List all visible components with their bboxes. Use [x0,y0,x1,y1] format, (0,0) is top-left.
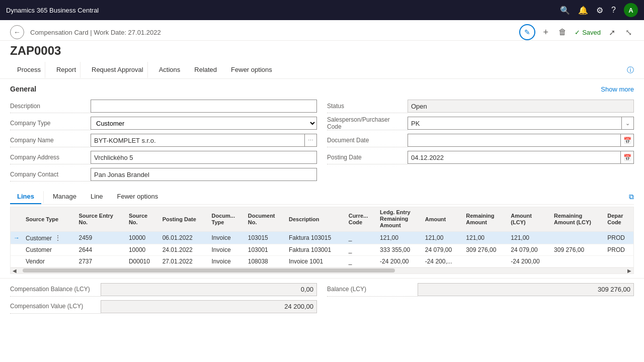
cell-amount: -24 200,... [422,255,463,267]
lines-tab-manage[interactable]: Manage [46,190,84,204]
company-name-browse-btn[interactable]: ⋯ [305,134,317,147]
empty-total-row [327,300,634,314]
cell-document-type: Invoice [209,255,245,267]
row-context-menu-btn[interactable]: ⋮ [53,234,62,242]
empty-row [327,167,634,182]
company-address-label: Company Address [10,150,91,164]
cell-document-no: 103001 [245,244,286,255]
company-type-select[interactable]: Customer Vendor [91,117,317,130]
col-posting-date: Posting Date [159,207,209,231]
settings-icon[interactable]: ⚙ [596,6,603,15]
cell-amount-lcy: 121,00 [508,231,551,244]
salesperson-field-row: Salesperson/Purchaser Code ⌄ [327,116,634,130]
lines-tab-fewer[interactable]: Fewer options [110,190,166,204]
edit-button[interactable]: ✎ [519,24,535,40]
cell-remaining-amount: 309 276,00 [463,244,508,255]
expand-button[interactable]: ⤡ [623,26,634,39]
checkmark-icon: ✓ [575,29,580,36]
cell-source-entry-no: 2644 [75,244,125,255]
lines-tab-lines[interactable]: Lines [10,190,41,204]
bell-icon[interactable]: 🔔 [578,6,588,15]
company-type-label: Company Type [10,116,91,130]
tab-process[interactable]: Process [10,62,45,78]
general-section: General Show more Description Status Com… [0,79,644,186]
add-button[interactable]: + [541,25,551,40]
company-type-field-row: Company Type Customer Vendor [10,116,317,130]
compensation-value-label: Compensation Value (LCY) [10,300,101,314]
col-document-no: DocumentNo. [245,207,286,231]
cell-depar-code [604,255,633,267]
cell-source-entry-no: 2737 [75,255,125,267]
document-date-label: Document Date [327,133,408,147]
saved-indicator: ✓ Saved [575,29,601,36]
tab-related[interactable]: Related [187,62,224,78]
salesperson-input[interactable] [408,117,622,130]
company-address-input[interactable] [91,151,317,164]
lines-tab-line[interactable]: Line [84,190,110,204]
cell-source-type: Customer ⋮ [23,231,75,244]
lines-section: Lines Manage Line Fewer options ⧉ Source… [0,186,644,278]
table-row[interactable]: →Customer ⋮24591000006.01.2022Invoice103… [11,231,633,244]
posting-date-calendar-btn[interactable]: 📅 [621,151,634,164]
cell-amount-lcy: -24 200,00 [508,255,551,267]
company-contact-input[interactable] [91,168,317,181]
scroll-right-arrow[interactable]: ▶ [626,268,632,274]
user-avatar[interactable]: A [624,3,638,17]
help-icon[interactable]: ? [611,6,616,15]
cell-depar-code: PROD [604,244,633,255]
cell-amount-lcy: 24 079,00 [508,244,551,255]
page-container: ← Compensation Card | Work Date: 27.01.2… [0,20,644,362]
tab-report[interactable]: Report [49,62,80,78]
lines-tabs: Lines Manage Line Fewer options ⧉ [10,190,634,205]
delete-button[interactable]: 🗑 [556,26,569,39]
cell-ledg-remaining: -24 200,00 [377,255,422,267]
record-title: ZAP0003 [0,41,644,58]
col-currency-code: Curre...Code [346,207,377,231]
col-remaining-amount: RemainingAmount [463,207,508,231]
app-name: Dynamics 365 Business Central [6,7,99,14]
nav-info-icon[interactable]: ⓘ [627,66,634,75]
cell-source-no: 10000 [126,244,159,255]
tab-fewer-options[interactable]: Fewer options [224,62,279,78]
col-remaining-amount-lcy: RemainingAmount (LCY) [551,207,604,231]
col-amount: Amount [422,207,463,231]
table-row[interactable]: Vendor2737D0001027.01.2022Invoice108038I… [11,255,633,267]
cell-document-no: 103015 [245,231,286,244]
show-more-button[interactable]: Show more [601,85,634,93]
col-amount-lcy: Amount(LCY) [508,207,551,231]
document-date-input[interactable] [408,134,621,147]
open-in-new-button[interactable]: ➚ [607,26,617,39]
company-name-input[interactable] [91,134,305,147]
posting-date-label: Posting Date [327,150,408,164]
cell-source-entry-no: 2459 [75,231,125,244]
description-field-row: Description [10,99,317,113]
footer-totals: Compensation Balance (LCY) 0,00 Balance … [0,278,644,318]
horizontal-scrollbar[interactable]: ◀ ▶ [11,267,633,274]
col-description: Description [286,207,346,231]
company-contact-field-row: Company Contact [10,167,317,182]
cell-posting-date: 06.01.2022 [159,231,209,244]
document-date-calendar-btn[interactable]: 📅 [621,134,634,147]
back-button[interactable]: ← [10,25,24,39]
salesperson-dropdown-btn[interactable]: ⌄ [622,117,634,130]
description-input[interactable] [91,100,317,113]
tab-actions[interactable]: Actions [152,62,188,78]
cell-currency-code: _ [346,244,377,255]
scroll-thumb[interactable] [23,268,395,273]
table-row[interactable]: Customer26441000024.01.2022Invoice103001… [11,244,633,255]
col-source-entry-no: Source EntryNo. [75,207,125,231]
scroll-left-arrow[interactable]: ◀ [12,268,18,274]
posting-date-input[interactable] [408,151,621,164]
balance-value: 309 276,00 [418,283,634,296]
cell-description: Faktura 103015 [286,231,346,244]
cell-document-type: Invoice [209,244,245,255]
lines-expand-btn[interactable]: ⧉ [629,193,634,201]
lines-tab-separator [43,191,44,203]
cell-source-no: D00010 [126,255,159,267]
tab-request-approval[interactable]: Request Approval [85,62,148,78]
search-icon[interactable]: 🔍 [560,6,570,15]
lines-table: Source Type Source EntryNo. SourceNo. Po… [11,207,633,267]
cell-remaining-amount-lcy [551,231,604,244]
lines-table-scroll[interactable]: Source Type Source EntryNo. SourceNo. Po… [10,207,634,274]
company-address-field-row: Company Address [10,150,317,164]
